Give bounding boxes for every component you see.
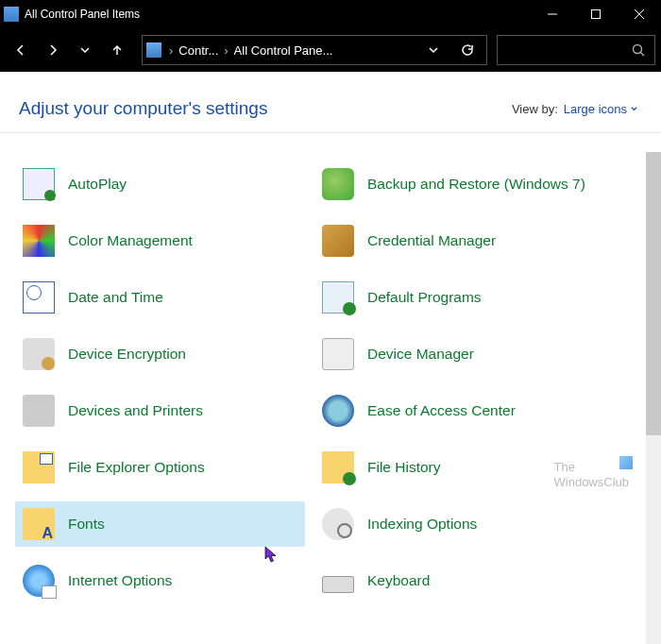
address-cp-icon [146, 42, 161, 58]
file-explorer-options-icon [23, 451, 55, 483]
page-heading: Adjust your computer's settings [19, 98, 267, 119]
watermark-logo-icon [619, 456, 633, 469]
item-device-encryption[interactable]: Device Encryption [15, 331, 305, 377]
item-label: Date and Time [68, 289, 163, 306]
watermark: The WindowsClub [554, 460, 629, 491]
breadcrumb-chevron-icon[interactable]: › [222, 43, 229, 58]
address-bar[interactable]: › Contr... › All Control Pane... [142, 35, 487, 65]
view-by-control[interactable]: View by: Large icons [512, 102, 638, 116]
item-date-time[interactable]: Date and Time [15, 275, 305, 320]
devices-printers-icon [23, 395, 55, 427]
navigation-toolbar: › Contr... › All Control Pane... [0, 28, 661, 72]
autoplay-icon [23, 168, 55, 200]
breadcrumb-chevron-icon[interactable]: › [167, 43, 175, 58]
item-label: Device Encryption [68, 346, 186, 363]
item-backup-restore[interactable]: Backup and Restore (Windows 7) [314, 161, 604, 207]
item-label: AutoPlay [68, 176, 127, 193]
refresh-button[interactable] [452, 36, 483, 64]
minimize-button[interactable] [531, 0, 574, 28]
up-button[interactable] [102, 35, 132, 65]
item-label: Ease of Access Center [367, 402, 516, 419]
recent-locations-button[interactable] [70, 35, 100, 65]
content-area: AutoPlay Backup and Restore (Windows 7) … [0, 152, 661, 644]
color-management-icon [23, 225, 55, 257]
view-by-value-text: Large icons [564, 102, 627, 116]
breadcrumb-seg-2[interactable]: All Control Pane... [234, 43, 333, 58]
forward-button[interactable] [38, 35, 68, 65]
search-icon [632, 43, 645, 57]
device-encryption-icon [23, 338, 55, 370]
maximize-button[interactable] [574, 0, 618, 28]
window-title: All Control Panel Items [25, 8, 531, 21]
file-history-icon [322, 451, 354, 483]
credential-manager-icon [322, 225, 354, 257]
item-label: Indexing Options [367, 516, 477, 533]
breadcrumb-seg-1[interactable]: Contr... [178, 43, 218, 58]
keyboard-icon [322, 576, 354, 593]
item-label: Backup and Restore (Windows 7) [367, 176, 585, 193]
item-label: Credential Manager [367, 232, 496, 249]
svg-rect-1 [592, 10, 601, 19]
item-ease-of-access[interactable]: Ease of Access Center [314, 388, 604, 433]
item-fonts[interactable]: Fonts [15, 501, 305, 547]
item-label: Devices and Printers [68, 402, 203, 419]
item-keyboard[interactable]: Keyboard [314, 558, 604, 603]
svg-point-4 [634, 45, 642, 54]
view-by-label: View by: [512, 102, 558, 116]
view-by-value[interactable]: Large icons [564, 102, 638, 116]
control-panel-icon [4, 7, 19, 22]
fonts-icon [23, 508, 55, 540]
internet-options-icon [23, 565, 55, 597]
svg-line-5 [641, 53, 645, 57]
item-file-explorer-options[interactable]: File Explorer Options [15, 445, 305, 490]
item-devices-printers[interactable]: Devices and Printers [15, 388, 305, 433]
item-credential-manager[interactable]: Credential Manager [314, 218, 604, 263]
item-default-programs[interactable]: Default Programs [314, 275, 604, 320]
item-device-manager[interactable]: Device Manager [314, 331, 604, 377]
watermark-line1: The [554, 460, 575, 474]
item-label: Internet Options [68, 572, 172, 589]
item-label: Fonts [68, 516, 105, 533]
watermark-line2: WindowsClub [554, 475, 629, 489]
chevron-down-icon [630, 105, 638, 113]
item-internet-options[interactable]: Internet Options [15, 558, 305, 603]
item-autoplay[interactable]: AutoPlay [15, 161, 305, 207]
item-label: File History [367, 459, 441, 476]
scrollbar-thumb[interactable] [646, 152, 661, 435]
indexing-options-icon [322, 508, 354, 540]
item-indexing-options[interactable]: Indexing Options [314, 501, 604, 547]
close-button[interactable] [618, 0, 661, 28]
item-label: Device Manager [367, 346, 474, 363]
device-manager-icon [322, 338, 354, 370]
window-controls [531, 0, 661, 28]
address-history-dropdown[interactable] [418, 36, 449, 64]
header-separator [0, 132, 661, 133]
date-time-icon [23, 281, 55, 314]
item-color-management[interactable]: Color Management [15, 218, 305, 263]
item-label: Color Management [68, 232, 193, 249]
titlebar: All Control Panel Items [0, 0, 661, 28]
ease-of-access-icon [322, 395, 354, 427]
items-grid: AutoPlay Backup and Restore (Windows 7) … [0, 152, 661, 603]
back-button[interactable] [6, 35, 36, 65]
default-programs-icon [322, 281, 354, 314]
item-label: Default Programs [367, 289, 482, 306]
backup-restore-icon [322, 168, 354, 200]
item-label: Keyboard [367, 572, 430, 589]
header-row: Adjust your computer's settings View by:… [0, 72, 661, 127]
search-box[interactable] [497, 35, 655, 65]
item-label: File Explorer Options [68, 459, 205, 476]
